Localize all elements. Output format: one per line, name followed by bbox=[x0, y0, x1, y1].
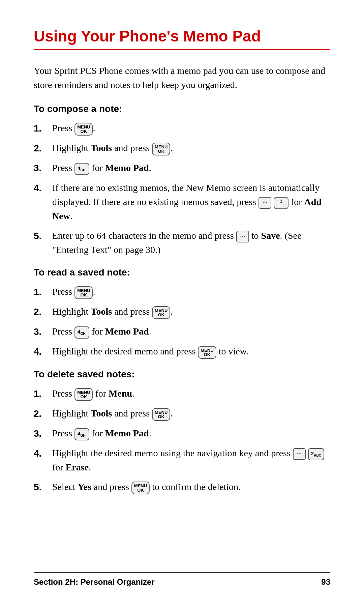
key-4ghi: 4GHI bbox=[74, 326, 89, 339]
bold-memo-pad: Memo Pad bbox=[105, 428, 149, 438]
list-item: 4. Highlight the desired memo using the … bbox=[34, 446, 330, 474]
intro-text: Your Sprint PCS Phone comes with a memo … bbox=[34, 64, 330, 92]
list-item: 3. Press 4GHI for Memo Pad. bbox=[34, 161, 330, 175]
section-delete: To delete saved notes: 1. Press MENUOK f… bbox=[34, 369, 330, 494]
menu-ok-key: MENUOK bbox=[198, 346, 216, 359]
section-heading-compose: To compose a note: bbox=[34, 104, 330, 114]
key-dots: ··· bbox=[293, 448, 306, 460]
list-item: 4. Highlight the desired memo and press … bbox=[34, 344, 330, 359]
page-title: Using Your Phone's Memo Pad bbox=[34, 27, 330, 45]
key-dots: ··· bbox=[259, 197, 271, 209]
step-number: 3. bbox=[34, 161, 52, 175]
list-item: 1. Press MENUOK for Menu. bbox=[34, 386, 330, 401]
menu-ok-key: MENUOK bbox=[74, 286, 93, 299]
step-content: Press 4GHI for Memo Pad. bbox=[52, 161, 330, 175]
list-item: 5. Enter up to 64 characters in the memo… bbox=[34, 229, 330, 257]
section-heading-delete: To delete saved notes: bbox=[34, 369, 330, 380]
list-item: 3. Press 4GHI for Memo Pad. bbox=[34, 426, 330, 441]
step-content: Highlight Tools and press MENUOK. bbox=[52, 141, 330, 155]
step-content: Press MENUOK. bbox=[52, 121, 330, 136]
footer-page-number: 93 bbox=[321, 577, 330, 587]
list-item: 2. Highlight Tools and press MENUOK. bbox=[34, 305, 330, 319]
step-content: Highlight Tools and press MENUOK. bbox=[52, 406, 330, 421]
step-number: 5. bbox=[34, 480, 52, 494]
key-1: 1— bbox=[274, 197, 289, 209]
list-item: 5. Select Yes and press MENUOK to confir… bbox=[34, 480, 330, 494]
step-number: 3. bbox=[34, 426, 52, 441]
page: Using Your Phone's Memo Pad Your Sprint … bbox=[0, 0, 364, 607]
step-number: 2. bbox=[34, 141, 52, 155]
step-number: 3. bbox=[34, 324, 52, 339]
step-content: Highlight the desired memo and press MEN… bbox=[52, 344, 330, 359]
list-item: 4. If there are no existing memos, the N… bbox=[34, 181, 330, 223]
list-item: 2. Highlight Tools and press MENUOK. bbox=[34, 141, 330, 155]
step-number: 1. bbox=[34, 121, 52, 136]
list-item: 1. Press MENUOK. bbox=[34, 121, 330, 136]
section-compose: To compose a note: 1. Press MENUOK. 2. H… bbox=[34, 104, 330, 257]
key-4ghi: 4GHI bbox=[74, 428, 89, 440]
bold-memo-pad: Memo Pad bbox=[105, 163, 149, 173]
step-content: If there are no existing memos, the New … bbox=[52, 181, 330, 223]
menu-ok-key: MENUOK bbox=[152, 408, 170, 421]
list-item: 1. Press MENUOK. bbox=[34, 285, 330, 299]
bold-memo-pad: Memo Pad bbox=[105, 326, 149, 337]
compose-steps-list: 1. Press MENUOK. 2. Highlight Tools and … bbox=[34, 121, 330, 257]
step-number: 1. bbox=[34, 386, 52, 401]
bold-menu: Menu bbox=[109, 388, 132, 399]
bold-save: Save bbox=[261, 230, 280, 241]
step-number: 2. bbox=[34, 406, 52, 421]
bold-erase: Erase bbox=[66, 462, 89, 472]
list-item: 3. Press 4GHI for Memo Pad. bbox=[34, 324, 330, 339]
key-2abc: 2ABC bbox=[308, 448, 324, 460]
menu-ok-key: MENUOK bbox=[74, 388, 93, 401]
step-number: 5. bbox=[34, 229, 52, 243]
step-content: Select Yes and press MENUOK to confirm t… bbox=[52, 480, 330, 494]
title-rule bbox=[34, 49, 330, 50]
bold-yes: Yes bbox=[78, 482, 91, 492]
bold-tools: Tools bbox=[91, 143, 112, 153]
menu-ok-key: MENUOK bbox=[74, 123, 93, 136]
step-content: Enter up to 64 characters in the memo an… bbox=[52, 229, 330, 257]
step-content: Press 4GHI for Memo Pad. bbox=[52, 426, 330, 440]
delete-steps-list: 1. Press MENUOK for Menu. 2. Highlight T… bbox=[34, 386, 330, 494]
read-steps-list: 1. Press MENUOK. 2. Highlight Tools and … bbox=[34, 285, 330, 359]
key-dots: ··· bbox=[236, 231, 249, 242]
list-item: 2. Highlight Tools and press MENUOK. bbox=[34, 406, 330, 421]
step-content: Press MENUOK. bbox=[52, 285, 330, 299]
step-number: 1. bbox=[34, 285, 52, 299]
step-content: Press MENUOK for Menu. bbox=[52, 386, 330, 401]
step-content: Highlight Tools and press MENUOK. bbox=[52, 305, 330, 319]
bold-tools: Tools bbox=[91, 408, 112, 418]
section-heading-read: To read a saved note: bbox=[34, 267, 330, 278]
step-number: 4. bbox=[34, 446, 52, 461]
step-number: 2. bbox=[34, 305, 52, 319]
step-content: Press 4GHI for Memo Pad. bbox=[52, 324, 330, 339]
page-footer: Section 2H: Personal Organizer 93 bbox=[34, 572, 330, 587]
step-content: Highlight the desired memo using the nav… bbox=[52, 446, 330, 474]
step-number: 4. bbox=[34, 344, 52, 359]
menu-ok-key: MENUOK bbox=[152, 143, 170, 155]
menu-ok-key: MENUOK bbox=[152, 306, 170, 319]
menu-ok-key: MENUOK bbox=[131, 482, 150, 494]
footer-section-label: Section 2H: Personal Organizer bbox=[34, 577, 155, 587]
section-read: To read a saved note: 1. Press MENUOK. 2… bbox=[34, 267, 330, 359]
step-number: 4. bbox=[34, 181, 52, 195]
bold-tools: Tools bbox=[91, 306, 112, 317]
key-4ghi: 4GHI bbox=[74, 163, 89, 175]
